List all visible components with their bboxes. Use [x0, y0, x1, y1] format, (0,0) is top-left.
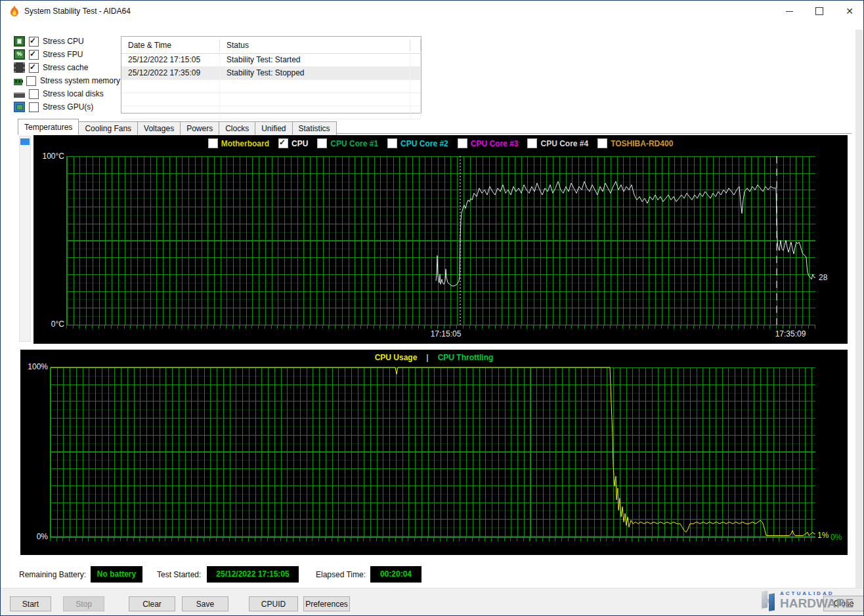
maximize-icon: [815, 7, 823, 15]
stress-cpu-label: Stress CPU: [43, 37, 84, 46]
app-flame-icon: [9, 5, 20, 18]
tab-clocks[interactable]: Clocks: [219, 121, 255, 135]
stress-row-cache[interactable]: Stress cache: [14, 61, 120, 74]
y-axis-min-label: 0°C: [33, 319, 64, 329]
legend-checkbox[interactable]: [317, 138, 327, 148]
column-header-empty: [410, 39, 421, 51]
legend-label: CPU Core #2: [400, 139, 448, 148]
stress-row-fpu[interactable]: % Stress FPU: [14, 48, 120, 61]
watermark-line1: ACTUALIDAD: [780, 591, 853, 596]
stress-fpu-checkbox[interactable]: [29, 50, 39, 60]
series-end-value: 0%: [831, 533, 842, 542]
legend-item-cpu-throttling: CPU Throttling: [438, 353, 494, 362]
usage-chart-panel: CPU Usage|CPU Throttling 100% 0% 1%0%: [20, 350, 848, 555]
log-table-row[interactable]: 25/12/2022 17:35:09Stability Test: Stopp…: [121, 67, 421, 80]
stress-gpu-checkbox[interactable]: [29, 102, 39, 112]
save-button[interactable]: Save: [182, 596, 228, 611]
column-header-datetime[interactable]: Date & Time: [121, 39, 220, 51]
legend-label: TOSHIBA-RD400: [611, 139, 673, 148]
log-table-header: Date & Time Status: [121, 37, 421, 54]
start-button[interactable]: Start: [10, 596, 51, 611]
stop-button[interactable]: Stop: [63, 596, 104, 611]
close-button[interactable]: ✕: [834, 1, 864, 22]
legend-checkbox[interactable]: [208, 138, 218, 148]
legend-checkbox[interactable]: [458, 138, 467, 148]
legend-item-cpu-core-2[interactable]: CPU Core #2: [387, 138, 448, 148]
maximize-button[interactable]: [804, 1, 834, 22]
log-table-row[interactable]: [121, 93, 421, 106]
log-table-row[interactable]: [121, 80, 421, 93]
vertical-scrollbar[interactable]: [855, 30, 863, 588]
legend-item-toshiba-rd400[interactable]: TOSHIBA-RD400: [597, 138, 673, 148]
log-cell: Stability Test: Stopped: [220, 67, 410, 79]
usage-plot: [50, 367, 815, 538]
log-table-row[interactable]: 25/12/2022 17:15:05Stability Test: Start…: [121, 54, 421, 67]
log-cell: [410, 54, 421, 66]
tab-cooling-fans[interactable]: Cooling Fans: [78, 121, 138, 135]
series-end-value: 28: [819, 273, 827, 282]
elapsed-time-label: Elapsed Time:: [316, 570, 366, 579]
tab-unified[interactable]: Unified: [255, 121, 292, 135]
test-started-label: Test Started:: [157, 570, 201, 579]
temperature-chart-panel: MotherboardCPUCPU Core #1CPU Core #2CPU …: [33, 135, 848, 344]
stress-options-panel: Stress CPU % Stress FPU Stress cache Str…: [14, 35, 120, 113]
cpuid-button[interactable]: CPUID: [249, 596, 298, 611]
stress-row-memory[interactable]: Stress system memory: [14, 74, 120, 87]
minimize-icon: [786, 11, 793, 12]
log-table-row[interactable]: [121, 106, 421, 119]
stress-disks-checkbox[interactable]: [29, 89, 39, 99]
gpu-icon: [14, 102, 25, 112]
stress-fpu-label: Stress FPU: [43, 50, 83, 59]
log-cell: 25/12/2022 17:35:09: [121, 67, 220, 79]
minimize-button[interactable]: [774, 1, 804, 22]
clear-button[interactable]: Clear: [129, 596, 175, 611]
chart-scale-scrollbar-thumb[interactable]: [20, 138, 30, 145]
stress-cache-checkbox[interactable]: [29, 63, 39, 73]
memory-icon: [14, 79, 22, 85]
title-bar[interactable]: System Stability Test - AIDA64 ✕: [1, 1, 863, 22]
legend-item-cpu[interactable]: CPU: [278, 138, 308, 148]
elapsed-time-display: 00:20:04: [370, 566, 421, 583]
watermark-h-logo-icon: [760, 590, 777, 611]
tab-statistics[interactable]: Statistics: [292, 121, 337, 135]
log-cell: [121, 106, 220, 119]
legend-checkbox[interactable]: [387, 138, 397, 148]
legend-checkbox[interactable]: [278, 138, 288, 148]
column-header-status[interactable]: Status: [220, 39, 410, 51]
tab-powers[interactable]: Powers: [180, 121, 219, 135]
preferences-button[interactable]: Preferences: [303, 596, 350, 611]
chart-scale-scrollbar[interactable]: [19, 136, 31, 342]
y-axis-max-label: 100°C: [33, 152, 64, 161]
usage-legend: CPU Usage|CPU Throttling: [20, 353, 848, 362]
legend-item-cpu-usage: CPU Usage: [375, 353, 418, 362]
test-started-display: 25/12/2022 17:15:05: [207, 566, 299, 583]
y-axis-max-label: 100%: [20, 362, 48, 371]
tab-temperatures[interactable]: Temperatures: [18, 119, 79, 135]
legend-item-motherboard[interactable]: Motherboard: [208, 138, 269, 148]
legend-checkbox[interactable]: [597, 138, 607, 148]
legend-item-cpu-core-3[interactable]: CPU Core #3: [458, 138, 519, 148]
stress-cache-label: Stress cache: [43, 63, 88, 72]
y-axis-min-label: 0%: [20, 532, 48, 541]
log-cell: [410, 106, 421, 119]
x-axis-ticks: [50, 538, 815, 541]
legend-label: CPU Throttling: [438, 353, 494, 362]
log-cell: [121, 93, 220, 106]
cpu-icon: [14, 36, 25, 47]
stress-row-cpu[interactable]: Stress CPU: [14, 35, 120, 48]
stress-cpu-checkbox[interactable]: [29, 37, 39, 47]
log-table-body: 25/12/2022 17:15:05Stability Test: Start…: [121, 54, 421, 119]
x-axis-ticks: [66, 325, 815, 329]
watermark-line2: HARDWARE: [780, 597, 853, 609]
legend-label: CPU Core #1: [330, 139, 378, 148]
legend-item-cpu-core-1[interactable]: CPU Core #1: [317, 138, 378, 148]
legend-label: CPU Core #3: [471, 139, 519, 148]
stress-row-disks[interactable]: Stress local disks: [14, 87, 120, 100]
tab-voltages[interactable]: Voltages: [137, 121, 181, 135]
legend-item-cpu-core-4[interactable]: CPU Core #4: [527, 138, 588, 148]
stress-memory-checkbox[interactable]: [26, 76, 36, 86]
legend-label: CPU: [292, 139, 308, 148]
legend-label: CPU Usage: [375, 353, 418, 362]
legend-checkbox[interactable]: [527, 138, 537, 148]
stress-row-gpu[interactable]: Stress GPU(s): [14, 100, 120, 113]
